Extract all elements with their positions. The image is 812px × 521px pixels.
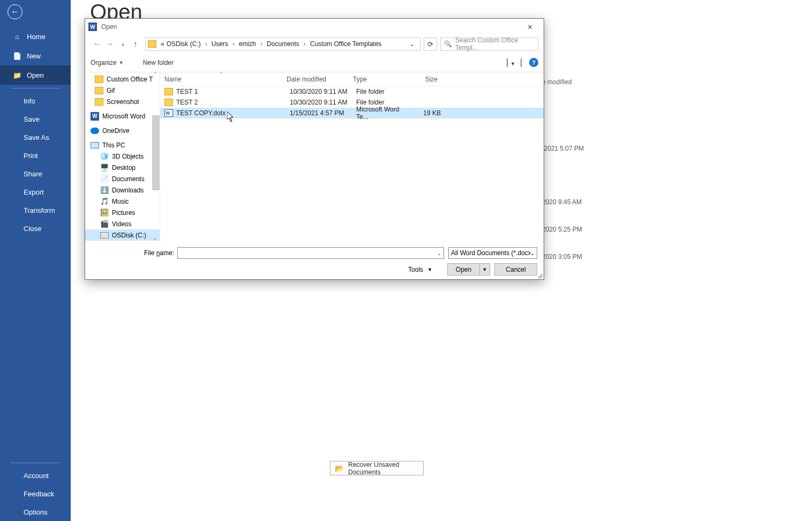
nav-open-label: Open: [27, 71, 44, 79]
nav-info[interactable]: Info: [0, 92, 71, 110]
search-input[interactable]: 🔍 Search Custom Office Templ...: [440, 38, 538, 51]
nav-up-button[interactable]: ↑: [129, 40, 142, 48]
tree-node-custom-office-templates[interactable]: Custom Office T: [85, 73, 160, 85]
nav-close[interactable]: Close: [0, 219, 71, 237]
tools-label: Tools: [408, 266, 423, 273]
tree-ellipsis-icon: …: [142, 75, 148, 81]
file-row[interactable]: TEST 1 10/30/2020 9:11 AM File folder: [160, 86, 544, 97]
preview-pane-icon: [521, 58, 522, 67]
tree-node-osdisk[interactable]: OSDisk (C:): [85, 229, 160, 241]
folder-icon: [95, 98, 103, 106]
view-mode-button[interactable]: ▼: [507, 59, 508, 66]
dialog-titlebar[interactable]: W Open ✕: [85, 19, 544, 35]
folder-icon: [164, 88, 173, 95]
nav-home-label: Home: [27, 33, 46, 41]
folder-open-icon: 📁: [13, 71, 21, 79]
sidebar-divider-bottom: [11, 463, 60, 463]
tree-node-gif[interactable]: Gif: [85, 85, 160, 96]
tree-node-documents[interactable]: 📄Documents: [85, 173, 160, 184]
tree-node-this-pc[interactable]: This PC: [85, 139, 160, 151]
file-row[interactable]: TEST 2 10/30/2020 9:11 AM File folder: [160, 97, 544, 108]
desktop-icon: 🖥️: [100, 164, 109, 172]
nav-saveas[interactable]: Save As: [0, 128, 71, 146]
nav-export[interactable]: Export: [0, 183, 71, 201]
back-button[interactable]: ←: [7, 4, 22, 19]
resize-grip[interactable]: [536, 272, 543, 278]
organize-label: Organize: [91, 59, 117, 66]
nav-open[interactable]: 📁 Open: [0, 65, 71, 85]
tree-node-screenshot[interactable]: Screenshot: [85, 96, 160, 107]
nav-account[interactable]: Account: [0, 466, 71, 485]
column-header-name[interactable]: Name: [164, 76, 287, 83]
breadcrumb-bar[interactable]: « OSDisk (C:)› Users› emizh› Documents› …: [145, 38, 420, 51]
dialog-toolbar: Organize ▼ New folder ▼ ?: [85, 53, 544, 72]
nav-recent-dropdown[interactable]: ▾: [116, 39, 129, 49]
nav-transform[interactable]: Transform: [0, 201, 71, 219]
file-type-filter[interactable]: All Word Documents (*.docx;*. ⌄: [448, 247, 537, 259]
column-header-type[interactable]: Type: [353, 76, 410, 83]
open-button-dropdown[interactable]: ▼: [479, 263, 490, 276]
file-name-input[interactable]: ⌄: [177, 247, 444, 259]
tree-node-videos[interactable]: 🎬Videos: [85, 218, 160, 229]
nav-options[interactable]: Options: [0, 503, 71, 521]
file-row[interactable]: TEST COPY.dotx 1/15/2021 4:57 PM Microso…: [160, 108, 544, 118]
breadcrumb-part[interactable]: Custom Office Templates: [309, 40, 383, 48]
breadcrumb-dropdown[interactable]: ⌄: [406, 40, 418, 48]
new-folder-button[interactable]: New folder: [143, 59, 174, 66]
tree-scrollbar[interactable]: [152, 115, 160, 190]
tree-node-3d-objects[interactable]: 🧊3D Objects: [85, 151, 160, 162]
nav-print[interactable]: Print: [0, 146, 71, 165]
organize-button[interactable]: Organize ▼: [91, 59, 124, 66]
sidebar-divider: [11, 88, 60, 88]
nav-new[interactable]: 📄 New: [0, 46, 71, 65]
nav-new-label: New: [27, 52, 41, 60]
word-app-icon: W: [91, 112, 99, 121]
nav-forward-button[interactable]: →: [103, 39, 116, 49]
pc-icon: [91, 142, 99, 148]
tools-dropdown[interactable]: Tools ▼: [408, 266, 432, 273]
arrow-left-icon: ←: [93, 39, 101, 48]
nav-back-button[interactable]: ←: [91, 39, 103, 49]
chevron-down-icon: ⌄: [437, 250, 441, 256]
column-header-date[interactable]: Date modified: [287, 76, 353, 83]
dialog-title-text: Open: [101, 23, 117, 31]
chevron-down-icon: ▼: [427, 267, 432, 272]
new-folder-label: New folder: [143, 59, 174, 66]
tree-node-music[interactable]: 🎵Music: [85, 196, 160, 207]
nav-feedback[interactable]: Feedback: [0, 485, 71, 503]
refresh-button[interactable]: ⟳: [424, 38, 437, 51]
chevron-down-icon: ˅: [154, 238, 156, 244]
tree-node-desktop[interactable]: 🖥️Desktop: [85, 162, 160, 173]
file-list-header: Name Date modified Type Size: [160, 72, 544, 86]
documents-icon: 📄: [100, 175, 109, 183]
open-button[interactable]: Open: [447, 263, 479, 276]
tree-node-onedrive[interactable]: OneDrive: [85, 125, 160, 136]
help-button[interactable]: ?: [529, 58, 538, 67]
preview-pane-button[interactable]: [521, 59, 522, 66]
arrow-right-icon: →: [106, 39, 114, 48]
file-list: ˄ Name Date modified Type Size TEST 1 10…: [160, 72, 544, 244]
word-app-icon: W: [88, 23, 97, 31]
nav-save[interactable]: Save: [0, 110, 71, 128]
close-button[interactable]: ✕: [519, 20, 540, 34]
recover-unsaved-button[interactable]: 📂 Recover Unsaved Documents: [330, 461, 424, 475]
chevron-right-icon: ›: [202, 40, 210, 48]
tree-node-pictures[interactable]: 🖼️Pictures: [85, 207, 160, 218]
tree-node-downloads[interactable]: ⬇️Downloads: [85, 184, 160, 196]
backstage-sidebar: ← ⌂ Home 📄 New 📁 Open Info Save Save As …: [0, 0, 71, 521]
chevron-up-icon: ˄: [154, 72, 156, 77]
folder-tree: … ˄ Custom Office T Gif Screenshot WMicr…: [85, 72, 160, 244]
tree-node-microsoft-word[interactable]: WMicrosoft Word: [85, 110, 160, 122]
cancel-button[interactable]: Cancel: [494, 263, 537, 276]
breadcrumb-part[interactable]: emizh: [238, 40, 257, 48]
breadcrumb-part[interactable]: OSDisk (C:): [166, 40, 202, 48]
bg-row-date: /2021 5:07 PM: [542, 145, 584, 152]
column-header-size[interactable]: Size: [410, 76, 442, 83]
breadcrumb-part[interactable]: Users: [210, 40, 229, 48]
nav-share[interactable]: Share: [0, 165, 71, 183]
chevron-down-icon: ⌄: [530, 250, 535, 256]
breadcrumb-part[interactable]: Documents: [266, 40, 300, 48]
recover-unsaved-label: Recover Unsaved Documents: [348, 461, 423, 476]
file-name-label: File name:: [144, 249, 174, 257]
nav-home[interactable]: ⌂ Home: [0, 27, 71, 46]
